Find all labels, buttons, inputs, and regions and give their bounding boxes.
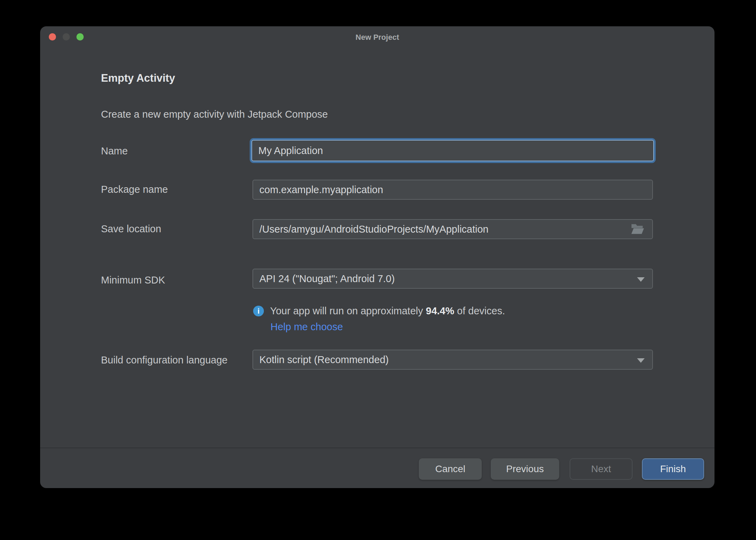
previous-button[interactable]: Previous <box>491 458 559 480</box>
cancel-button[interactable]: Cancel <box>419 458 482 480</box>
minimum-sdk-dropdown[interactable]: API 24 ("Nougat"; Android 7.0) <box>252 269 653 289</box>
sdk-info-percent: 94.4% <box>426 305 454 316</box>
browse-folder-button[interactable] <box>630 223 645 235</box>
package-name-label: Package name <box>101 183 168 196</box>
finish-button[interactable]: Finish <box>642 458 704 480</box>
chevron-down-icon <box>637 358 645 363</box>
build-config-value: Kotlin script (Recommended) <box>259 354 389 366</box>
sdk-info-prefix: Your app will run on approximately <box>270 305 426 316</box>
package-name-input[interactable] <box>252 180 653 200</box>
page-title: Empty Activity <box>101 72 175 84</box>
minimum-sdk-value: API 24 ("Nougat"; Android 7.0) <box>259 273 395 285</box>
sdk-info-text: Your app will run on approximately 94.4%… <box>270 305 505 317</box>
save-location-input[interactable] <box>252 219 653 239</box>
window-title: New Project <box>40 33 714 42</box>
folder-open-icon <box>630 231 645 236</box>
info-icon: i <box>253 306 264 316</box>
build-config-dropdown[interactable]: Kotlin script (Recommended) <box>252 350 653 370</box>
sdk-info-row: i Your app will run on approximately 94.… <box>253 305 505 317</box>
name-label: Name <box>101 145 128 157</box>
next-button: Next <box>570 458 633 480</box>
build-config-label: Build configuration language <box>101 354 228 366</box>
footer-divider <box>40 448 714 448</box>
page-subtitle: Create a new empty activity with Jetpack… <box>101 109 328 120</box>
titlebar: New Project <box>40 26 714 47</box>
help-me-choose-link[interactable]: Help me choose <box>270 321 343 333</box>
name-input[interactable] <box>251 140 654 161</box>
chevron-down-icon <box>637 277 645 282</box>
new-project-dialog: New Project Empty Activity Create a new … <box>40 26 714 488</box>
sdk-info-suffix: of devices. <box>454 305 505 316</box>
save-location-label: Save location <box>101 223 161 235</box>
minimum-sdk-label: Minimum SDK <box>101 274 165 286</box>
